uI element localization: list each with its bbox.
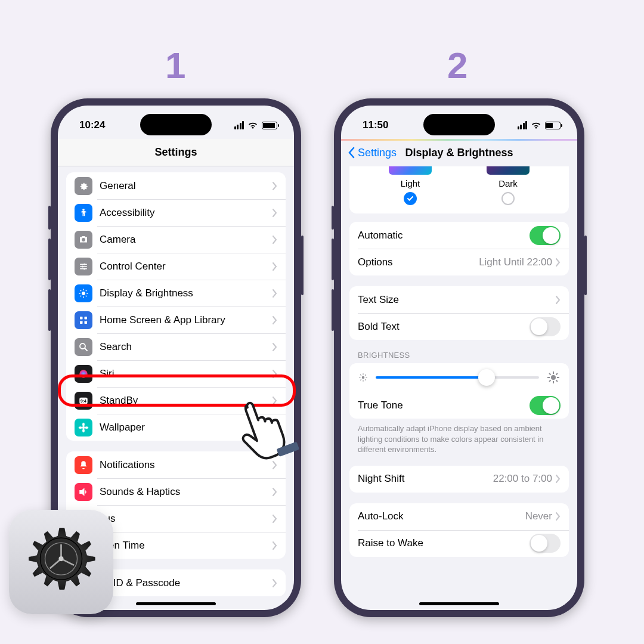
svg-line-18 [85,348,87,351]
svg-text:9:4: 9:4 [80,399,86,403]
settings-row[interactable]: Camera [66,226,286,253]
row-night-shift[interactable]: Night Shift 22:00 to 7:00 [349,466,569,493]
row-label: Automatic [358,230,530,242]
row-automatic[interactable]: Automatic [349,222,569,249]
back-label: Settings [358,147,397,159]
appearance-light[interactable]: Light [389,166,432,205]
chevron-right-icon [273,209,277,217]
row-label: Text Size [358,294,556,306]
row-label: Raise to Wake [358,537,530,549]
settings-row[interactable]: Display & Brightness [66,280,286,306]
chevron-right-icon [273,488,277,496]
clock-icon: 9:4 [75,392,92,410]
svg-line-11 [80,295,82,296]
settings-row[interactable]: Siri [66,360,286,387]
row-label: Night Shift [358,473,493,485]
row-bold-text[interactable]: Bold Text [349,313,569,340]
row-label: Siri [100,368,273,380]
toggle-automatic[interactable] [530,226,561,245]
toggle-raise-to-wake[interactable] [530,534,561,553]
gear-icon [75,177,92,195]
row-detail: Never [525,510,552,522]
row-label: Sounds & Haptics [100,486,273,498]
settings-row[interactable]: General [66,172,286,199]
automatic-group: Automatic Options Light Until 22:00 [349,222,569,275]
svg-point-23 [82,422,85,426]
toggle-bold-text[interactable] [530,317,561,336]
row-label: Accessibility [100,207,273,219]
radio-unchecked-icon [501,192,515,205]
svg-line-44 [556,373,558,375]
svg-point-24 [82,429,85,432]
brightness-slider[interactable] [376,376,539,379]
chevron-right-icon [273,541,277,550]
appearance-label: Light [389,178,432,188]
light-thumb-icon [389,166,432,175]
row-raise-to-wake[interactable]: Raise to Wake [349,530,569,557]
svg-line-33 [365,379,366,380]
svg-point-19 [79,370,88,378]
settings-app-icon [9,510,113,614]
svg-line-12 [86,290,87,291]
radio-checked-icon [404,192,417,205]
chevron-right-icon [556,512,561,521]
wifi-icon [531,121,541,129]
wifi-icon [247,121,258,129]
row-label: ce ID & Passcode [100,577,273,589]
flower-icon [75,419,92,436]
svg-point-1 [83,263,85,265]
svg-line-35 [365,374,366,376]
signal-icon [234,121,244,129]
toggle-true-tone[interactable] [530,396,561,415]
switches-icon [75,258,92,275]
chevron-right-icon [273,579,277,587]
bell-icon [75,456,92,474]
back-button[interactable]: Settings [347,147,397,159]
row-label: Display & Brightness [100,287,273,299]
pointer-hand-icon [225,385,309,469]
row-auto-lock[interactable]: Auto-Lock Never [349,503,569,530]
dynamic-island [423,114,495,135]
row-label: Camera [100,234,273,246]
nav-header: Settings Display & Brightness [341,139,577,166]
row-label: reen Time [100,540,273,552]
settings-row[interactable]: Sounds & Haptics [66,478,286,505]
svg-point-27 [362,376,365,379]
row-label: cus [100,513,273,525]
svg-point-4 [82,292,85,295]
brightness-group: True Tone [349,363,569,419]
svg-line-9 [80,290,82,291]
row-text-size[interactable]: Text Size [349,286,569,313]
row-options[interactable]: Options Light Until 22:00 [349,249,569,275]
gear-large-icon [21,522,101,602]
row-label: Home Screen & App Library [100,314,273,326]
signal-icon [518,121,528,129]
dark-thumb-icon [487,166,530,175]
svg-point-36 [551,375,556,380]
row-true-tone[interactable]: True Tone [349,392,569,419]
svg-point-26 [85,426,88,429]
status-time: 10:24 [79,113,105,131]
settings-row[interactable]: Home Screen & App Library [66,306,286,333]
row-detail: 22:00 to 7:00 [493,473,552,485]
sun-small-icon [358,372,369,383]
chevron-right-icon [273,370,277,378]
step-number-2: 2 [447,44,467,86]
appearance-dark[interactable]: Dark [487,166,530,205]
chevron-right-icon [556,258,561,267]
chevron-right-icon [273,343,277,351]
siri-icon [75,365,92,383]
chevron-right-icon [556,296,561,304]
row-label: General [100,180,273,192]
autolock-group: Auto-Lock Never Raise to Wake [349,503,569,557]
svg-point-25 [79,426,82,429]
row-label: Options [358,256,479,268]
settings-row[interactable]: Accessibility [66,199,286,226]
nav-header: Settings [58,139,294,166]
settings-row[interactable]: Control Center [66,253,286,280]
page-title: Settings [154,146,197,159]
svg-point-22 [82,426,85,429]
home-indicator [419,602,499,605]
settings-row[interactable]: Search [66,333,286,360]
svg-point-0 [82,208,85,210]
